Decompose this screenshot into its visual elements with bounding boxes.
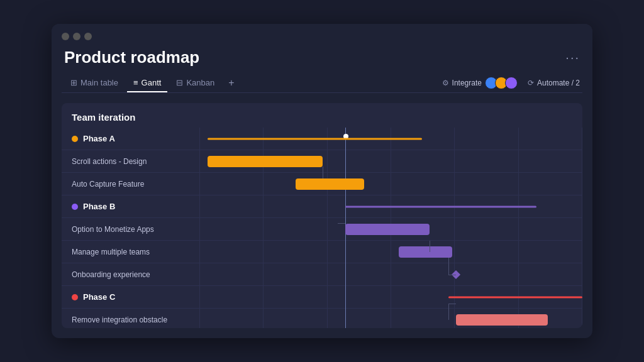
task-onboarding: Onboarding experience (62, 263, 199, 286)
connector-h-monetize (338, 223, 345, 224)
task-integration: Remove integration obstacle (62, 309, 199, 328)
integrate-button[interactable]: ⚙ Integrate (442, 77, 518, 89)
phase-c-dot (72, 294, 78, 300)
phase-c-row: Phase C (62, 286, 199, 309)
kanban-icon: ⊟ (176, 78, 183, 87)
bar-manage-teams[interactable] (399, 246, 452, 258)
more-options-button[interactable]: ··· (565, 50, 580, 65)
phase-b-line (345, 206, 536, 208)
app-window: Product roadmap ··· ⊞ Main table ≡ Gantt… (52, 24, 592, 338)
phase-a-line (208, 138, 421, 140)
phase-b-row: Phase B (62, 195, 199, 218)
minimize-button[interactable] (73, 33, 80, 40)
bars-layer (200, 128, 582, 328)
table-icon: ⊞ (70, 78, 77, 87)
task-scroll-design: Scroll actions - Design (62, 150, 199, 173)
content-area: Team iteration Phase A Scroll actions - … (52, 93, 592, 338)
tab-kanban[interactable]: ⊟ Kanban (170, 74, 221, 92)
connector-h-onboard (448, 275, 456, 275)
task-monetize: Option to Monetize Apps (62, 218, 199, 241)
integrate-icon: ⚙ (442, 79, 449, 87)
bar-remove-integration[interactable] (456, 314, 548, 326)
task-auto-capture: Auto Capture Feature (62, 173, 199, 195)
connector-v-integration (448, 304, 449, 320)
avatar-stack (485, 77, 518, 89)
maximize-button[interactable] (84, 33, 92, 40)
connector-v-manage (430, 241, 430, 252)
traffic-lights (62, 33, 582, 40)
phase-b-dot (72, 204, 78, 210)
page-title: Product roadmap (64, 48, 199, 67)
tab-main-table[interactable]: ⊞ Main table (64, 74, 125, 92)
gantt-body: Phase A Scroll actions - Design Auto Cap… (62, 128, 582, 328)
gantt-icon: ≡ (133, 78, 138, 87)
close-button[interactable] (62, 33, 69, 40)
automate-icon: ⟳ (528, 79, 534, 87)
phase-a-row: Phase A (62, 128, 199, 150)
bar-scroll-design[interactable] (208, 156, 322, 167)
automate-button[interactable]: ⟳ Automate / 2 (528, 79, 580, 87)
phase-c-line (448, 297, 582, 299)
tab-gantt[interactable]: ≡ Gantt (127, 74, 167, 92)
gantt-container: Team iteration Phase A Scroll actions - … (62, 103, 582, 328)
header-row: Product roadmap ··· (62, 48, 582, 74)
add-tab-button[interactable]: + (223, 74, 239, 92)
task-labels: Phase A Scroll actions - Design Auto Cap… (62, 128, 200, 328)
phase-a-dot (72, 136, 78, 142)
group-header: Team iteration (62, 103, 582, 128)
tabs-right: ⚙ Integrate ⟳ Automate / 2 (442, 77, 580, 89)
task-manage-teams: Manage multiple teams (62, 241, 199, 263)
connector-h-integration (448, 304, 456, 304)
tabs-row: ⊞ Main table ≡ Gantt ⊟ Kanban + ⚙ Integr… (62, 74, 582, 93)
bar-auto-capture[interactable] (296, 178, 364, 190)
titlebar: Product roadmap ··· ⊞ Main table ≡ Gantt… (52, 24, 592, 93)
bar-monetize[interactable] (345, 224, 430, 235)
avatar-3 (505, 77, 518, 89)
gantt-chart-area (200, 128, 582, 328)
connector-v-onboard (448, 258, 449, 275)
